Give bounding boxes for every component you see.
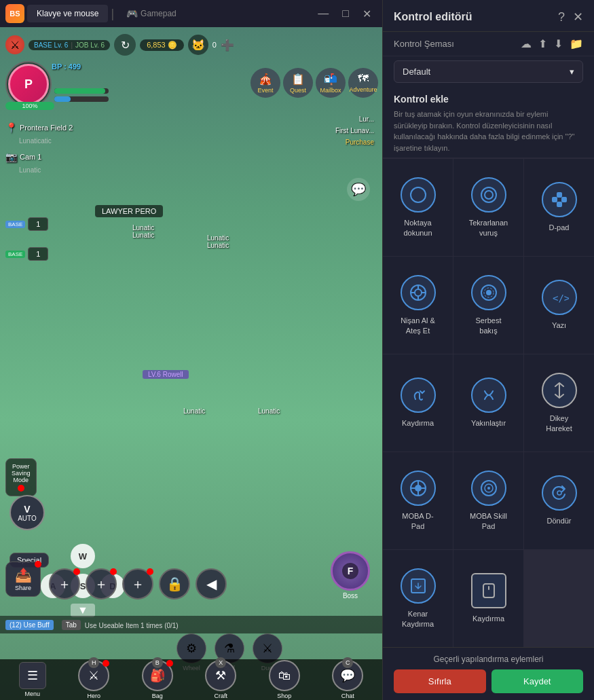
svg-point-18	[415, 485, 422, 492]
control-edge-scroll[interactable]: KenarKaydırma	[383, 550, 453, 647]
quest-icon[interactable]: 📋 Quest	[283, 68, 313, 98]
tab-gamepad[interactable]: 🎮 Gamepad	[117, 4, 186, 23]
power-saving-btn[interactable]: Power Saving Mode	[5, 458, 37, 496]
nav-menu[interactable]: ☰ Menu	[19, 662, 46, 697]
control-repeat[interactable]: Tekrarlananvuruş	[453, 159, 523, 256]
add-btn-3[interactable]: ＋	[122, 568, 153, 600]
control-freelook[interactable]: Serbestbakış	[453, 257, 523, 354]
craft-circle: ⚒ X	[205, 660, 236, 691]
control-rotate[interactable]: Döndür	[524, 452, 594, 549]
zoom-icon	[471, 377, 506, 413]
add-control-title: Kontrol ekle	[394, 94, 583, 105]
dpad-icon	[542, 182, 577, 217]
control-zoom[interactable]: Yakınlaştır	[453, 354, 523, 452]
schema-label: Kontrol Şeması	[394, 39, 454, 49]
nav-shop[interactable]: 🛍 Shop	[269, 660, 300, 699]
right-hud: Lur... First Lunav... Purchase	[335, 115, 374, 146]
edge-scroll-icon	[401, 568, 436, 604]
avatar-circle[interactable]: P	[8, 64, 49, 105]
rotate-icon	[542, 475, 577, 511]
mob-4: Lunatic	[258, 407, 280, 415]
tab-keyboard[interactable]: Klavye ve mouse	[27, 5, 108, 22]
folder-icon[interactable]: 📁	[570, 37, 583, 50]
gold-value: 6,853	[147, 41, 166, 49]
arrow-down: ▼	[71, 604, 95, 617]
svg-point-8	[415, 289, 422, 296]
add-dot-1	[73, 568, 80, 575]
nav-bag[interactable]: 🎒 B Bag	[142, 660, 173, 699]
speech-bubble[interactable]: 💬	[347, 178, 370, 201]
reset-btn[interactable]: Sıfırla	[394, 669, 486, 693]
control-moba-dpad[interactable]: MOBA D-Pad	[383, 452, 453, 549]
event-icon[interactable]: 🎪 Event	[250, 68, 280, 98]
separator: |	[111, 7, 114, 21]
upload-icon[interactable]: ☁	[521, 37, 532, 50]
f-key: F	[342, 563, 358, 579]
shop-circle: 🛍	[269, 660, 300, 691]
help-icon[interactable]: ?	[558, 10, 565, 24]
hero-label: Hero	[87, 693, 100, 699]
control-aim[interactable]: Nişan Al &Ateş Et	[383, 257, 453, 354]
boss-btn[interactable]: F	[331, 551, 370, 591]
control-text[interactable]: </> Yazı	[524, 257, 594, 354]
zoom-label: Yakınlaştır	[471, 418, 506, 428]
svg-text:</>: </>	[553, 293, 569, 303]
add-btn-lock[interactable]: 🔒	[159, 568, 190, 600]
event-img: 🎪	[259, 73, 272, 86]
plus-icon-2: ＋	[94, 575, 108, 593]
add-btn-1[interactable]: ＋	[49, 568, 80, 600]
lur-label: Lur...	[335, 115, 374, 123]
hud-top: ⚔ BASE Lv. 6 | JOB Lv. 6 ↻ 6,853 🪙 🐱 0 ➕	[0, 31, 382, 58]
mailbox-icon[interactable]: 📬 Mailbox	[316, 68, 346, 98]
auto-btn[interactable]: V AUTO	[10, 495, 45, 530]
minimize-btn[interactable]: —	[312, 5, 334, 22]
cam-player: Lunatic	[19, 166, 73, 174]
w-btn[interactable]: W	[71, 544, 95, 568]
power-line2: Saving	[12, 470, 31, 477]
power-line3: Mode	[14, 477, 29, 483]
control-scroll2[interactable]: Kaydırma	[453, 550, 523, 647]
share-btn[interactable]: 📤 Share	[5, 561, 41, 597]
game-area: BS Klavye ve mouse | 🎮 Gamepad — □ ✕ ⚔ B…	[0, 0, 382, 700]
mailbox-label: Mailbox	[320, 87, 341, 94]
svg-point-1	[481, 187, 496, 202]
import-icon[interactable]: ⬆	[538, 37, 547, 50]
panel-header: Kontrol editörü ? ✕	[383, 0, 594, 32]
plus-icon[interactable]: ➕	[221, 39, 234, 52]
export-icon[interactable]: ⬇	[554, 37, 563, 50]
nav-hero[interactable]: ⚔ H Hero	[78, 660, 109, 699]
nav-craft[interactable]: ⚒ X Craft	[205, 660, 236, 699]
control-moba-skill[interactable]: MOBA SkillPad	[453, 452, 523, 549]
schema-select[interactable]: Default ▾	[394, 60, 583, 83]
nav-chat[interactable]: 💬 C Chat	[332, 660, 363, 699]
camera-icon: 📷	[5, 151, 17, 162]
x-key: X	[215, 657, 226, 668]
share-label: Share	[15, 585, 31, 591]
purchase-label: Purchase	[335, 139, 374, 146]
side-indicators: BASE 1 BASE 1	[5, 217, 48, 261]
menu-label: Menu	[24, 690, 40, 697]
svg-rect-6	[561, 197, 567, 202]
control-dpad[interactable]: D-pad	[524, 159, 594, 256]
save-btn[interactable]: Kaydet	[491, 669, 584, 693]
moba-skill-label: MOBA SkillPad	[470, 511, 507, 531]
event-label: Event	[257, 87, 273, 94]
b-key: B	[152, 657, 163, 668]
control-tap[interactable]: Noktayadokunun	[383, 159, 453, 256]
adventure-icon[interactable]: 🗺 Adventure	[348, 68, 378, 98]
auto-label: AUTO	[18, 515, 37, 522]
panel-close-icon[interactable]: ✕	[573, 10, 583, 24]
bluestacks-logo: BS	[5, 4, 24, 23]
close-btn[interactable]: ✕	[357, 5, 377, 23]
add-btn-arrow[interactable]: ◀	[196, 568, 227, 600]
v-key: V	[24, 504, 30, 515]
svg-rect-3	[557, 192, 562, 198]
add-btn-2[interactable]: ＋	[86, 568, 117, 600]
power-red-dot	[18, 485, 24, 492]
refresh-icon[interactable]: ↻	[114, 34, 136, 56]
top-actions: 🎪 Event 📋 Quest 📬 Mailbox 🗺 Adventure	[246, 68, 382, 98]
control-vertical[interactable]: DikeyHareket	[524, 354, 594, 452]
control-swipe[interactable]: Kaydırma	[383, 354, 453, 452]
maximize-btn[interactable]: □	[337, 5, 354, 22]
freelook-label: Serbestbakış	[476, 316, 502, 335]
